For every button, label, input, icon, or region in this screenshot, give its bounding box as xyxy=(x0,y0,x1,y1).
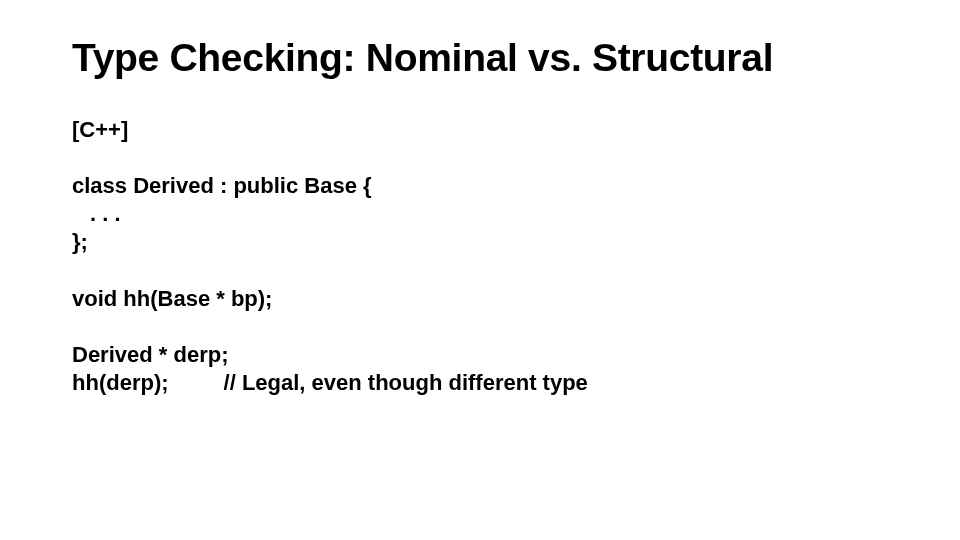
language-label-text: [C++] xyxy=(72,117,128,142)
code-usage-block: Derived * derp; hh(derp); // Legal, even… xyxy=(72,341,900,397)
code-class-decl: class Derived : public Base { xyxy=(72,172,900,200)
code-var-decl: Derived * derp; xyxy=(72,341,900,369)
code-fn-block: void hh(Base * bp); xyxy=(72,285,900,313)
code-class-block: class Derived : public Base { . . . }; xyxy=(72,172,900,256)
code-call-line: hh(derp); // Legal, even though differen… xyxy=(72,369,900,397)
code-call-prefix: hh(derp); xyxy=(72,370,224,395)
language-label: [C++] xyxy=(72,116,900,144)
slide-body: [C++] class Derived : public Base { . . … xyxy=(72,116,900,397)
code-fn-decl: void hh(Base * bp); xyxy=(72,285,900,313)
slide: Type Checking: Nominal vs. Structural [C… xyxy=(0,0,960,540)
code-class-end: }; xyxy=(72,228,900,256)
code-ellipsis: . . . xyxy=(72,200,900,228)
code-comment: // Legal, even though different type xyxy=(224,370,588,395)
slide-title: Type Checking: Nominal vs. Structural xyxy=(72,36,900,80)
